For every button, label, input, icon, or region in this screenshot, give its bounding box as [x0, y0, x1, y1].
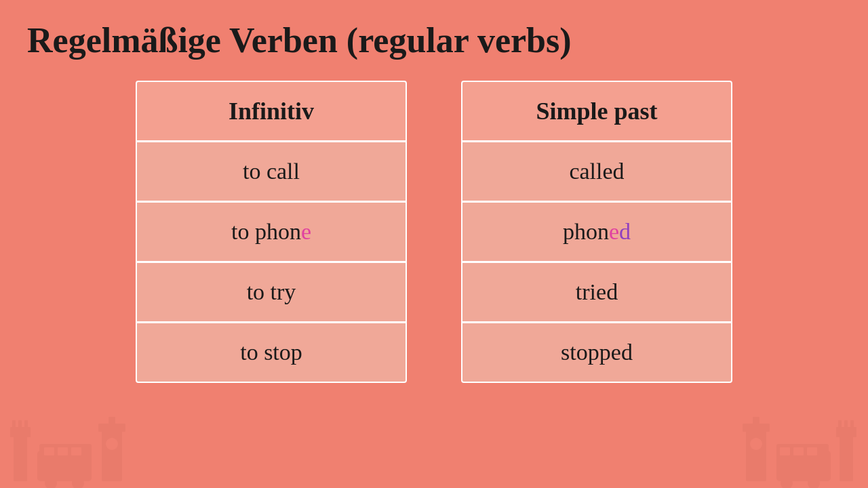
highlight-ed-purple: d	[619, 219, 631, 244]
svg-rect-10	[58, 447, 68, 455]
svg-point-15	[106, 438, 118, 450]
simple-past-table: Simple past called phoned tried stopped	[461, 81, 732, 383]
london-deco-right	[739, 413, 861, 488]
table-row: called	[462, 142, 731, 203]
svg-rect-12	[102, 427, 122, 481]
highlight-e: e	[301, 219, 311, 244]
svg-rect-27	[840, 434, 853, 481]
svg-rect-0	[14, 434, 27, 481]
table-row: tried	[462, 263, 731, 323]
highlight-ed-pink: e	[609, 219, 619, 244]
svg-rect-3	[18, 420, 22, 430]
infinitiv-header: Infinitiv	[137, 82, 406, 142]
table-row: to stop	[137, 323, 406, 382]
tables-container: Infinitiv to call to phone to try to sto…	[0, 74, 868, 390]
infinitiv-table: Infinitiv to call to phone to try to sto…	[136, 81, 407, 383]
svg-point-19	[750, 438, 762, 450]
table-row: stopped	[462, 323, 731, 382]
table-row: to phone	[137, 203, 406, 263]
svg-rect-11	[71, 447, 81, 455]
svg-rect-16	[746, 427, 766, 481]
svg-rect-2	[12, 420, 16, 430]
table-row: phoned	[462, 203, 731, 263]
svg-rect-24	[780, 447, 790, 455]
svg-rect-25	[793, 447, 804, 455]
svg-rect-29	[838, 420, 842, 430]
svg-rect-31	[850, 420, 854, 430]
svg-rect-9	[44, 447, 54, 455]
svg-rect-14	[108, 417, 115, 427]
page-title: Regelmäßige Verben (regular verbs)	[0, 0, 868, 74]
table-row: to call	[137, 142, 406, 203]
simple-past-header: Simple past	[462, 82, 731, 142]
svg-rect-4	[24, 420, 28, 430]
svg-rect-26	[807, 447, 817, 455]
table-row: to try	[137, 263, 406, 323]
svg-rect-18	[753, 417, 760, 427]
london-deco-left	[7, 413, 129, 488]
svg-rect-30	[844, 420, 848, 430]
